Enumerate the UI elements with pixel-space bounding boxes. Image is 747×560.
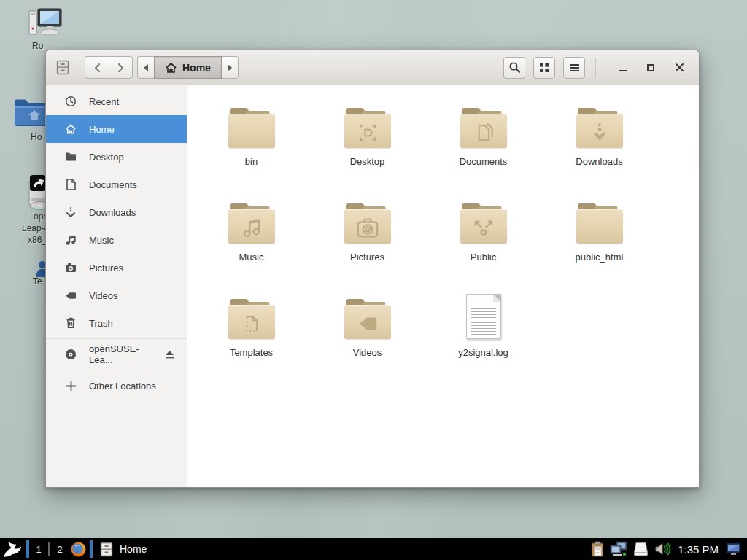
sidebar-item-opensuse-volume[interactable]: openSUSE-Lea... [46,341,187,368]
path-right-icon [228,64,232,71]
start-menu-button[interactable] [0,538,26,560]
folder-icon [228,299,275,339]
device-label: openSUSE-Lea... [89,343,152,365]
file-label: Pictures [350,252,384,262]
file-label: Public [471,252,496,262]
maximize-button[interactable] [641,58,660,77]
folder-icon [576,203,623,244]
sidebar-item-videos[interactable]: Videos [46,281,187,309]
desktop-emblem-icon [344,117,391,148]
file-item-Music[interactable]: Music [193,195,309,291]
sidebar-item-label: Desktop [89,152,124,163]
window-controls-separator [595,58,596,78]
file-item-Videos[interactable]: Videos [309,291,425,386]
file-manager-window: Home Recent Home Desktop Documents Downl… [45,50,700,488]
file-item-public_html[interactable]: public_html [541,195,657,291]
headerbar-separator [77,58,77,78]
sidebar-item-pictures[interactable]: Pictures [46,254,187,281]
removable-drive-tray-icon[interactable] [633,542,649,556]
clipboard-tray-icon[interactable] [591,541,604,557]
file-label: y2signal.log [458,347,508,358]
disc-icon [65,349,77,360]
file-item-Desktop[interactable]: Desktop [309,100,425,195]
close-button[interactable] [670,58,689,77]
task-button-home[interactable]: Home [93,538,154,560]
eject-icon[interactable] [164,349,175,359]
file-item-Public[interactable]: Public [425,195,541,291]
sidebar-item-desktop[interactable]: Desktop [46,143,187,171]
file-item-Templates[interactable]: Templates [193,291,309,386]
file-label: bin [245,156,258,167]
sidebar-separator [46,338,187,339]
menu-button[interactable] [563,57,585,79]
music-emblem-icon [228,212,275,244]
sidebar-item-label: Music [89,235,114,246]
file-item-Documents[interactable]: Documents [425,100,541,195]
search-button[interactable] [503,57,525,79]
path-scroll-left-button[interactable] [137,56,154,79]
network-computers-tray-icon[interactable] [610,541,627,557]
path-current-button[interactable]: Home [154,56,222,79]
system-tray [591,541,672,557]
sidebar-item-label: Trash [89,318,113,329]
sidebar-item-label: Pictures [89,262,123,273]
firefox-task-icon[interactable] [69,538,87,560]
folder-icon [228,203,275,244]
network-monitor-icon[interactable] [726,542,741,556]
sidebar-item-label: Documents [89,179,137,190]
icewm-bird-icon [2,540,24,558]
sidebar-item-documents[interactable]: Documents [46,171,187,198]
sidebar-item-label: Other Locations [89,381,156,392]
file-manager-icon [100,542,113,557]
sidebar-item-downloads[interactable]: Downloads [46,198,187,226]
workspace-button-1[interactable]: 1 [29,538,48,560]
desktop-icon-computer[interactable] [26,6,64,42]
back-button[interactable] [85,56,109,79]
videos-emblem-icon [344,308,391,339]
download-icon [65,206,77,218]
sidebar-separator [46,370,187,370]
file-label: Documents [460,156,508,167]
sidebar-item-home[interactable]: Home [46,115,187,143]
file-label: Music [239,252,264,262]
path-bar: Home [137,56,239,79]
sidebar-item-recent[interactable]: Recent [46,88,187,115]
folder-icon [65,151,77,163]
plus-icon [65,380,77,392]
sidebar-item-music[interactable]: Music [46,226,187,254]
home-icon [165,62,177,74]
forward-button[interactable] [109,56,133,79]
folder-icon [228,108,275,148]
clock-icon [65,96,77,107]
folder-icon [576,108,623,148]
folder-icon [344,108,391,148]
sidebar-item-trash[interactable]: Trash [46,309,187,337]
file-item-bin[interactable]: bin [193,100,309,195]
app-cabinet-icon [56,60,69,75]
share-emblem-icon [460,212,507,244]
documents-emblem-icon [460,117,507,148]
sidebar-item-label: Videos [89,290,118,301]
workspace-button-2[interactable]: 2 [50,538,69,560]
desktop-icon-label-computer: Ro [32,41,43,51]
music-icon [65,234,77,246]
templates-emblem-icon [228,308,275,339]
sidebar-item-label: Downloads [89,207,136,218]
volume-tray-icon[interactable] [654,542,672,556]
minimize-button[interactable] [613,58,632,77]
desktop-icon-label-home-folder: Ho [31,132,42,142]
camera-icon [65,262,77,273]
path-scroll-right-button[interactable] [222,56,239,79]
file-item-Downloads[interactable]: Downloads [541,100,657,195]
file-label: Downloads [576,156,622,167]
folder-icon [344,299,391,339]
desktop-icon-home-folder[interactable] [12,97,49,131]
home-icon [65,123,77,135]
sidebar-item-other-locations[interactable]: Other Locations [46,372,187,400]
sidebar: Recent Home Desktop Documents Downloads … [46,85,187,487]
grid-view-button[interactable] [533,57,555,79]
file-item-y2signal.log[interactable]: y2signal.log [425,291,541,386]
document-icon [65,179,77,190]
file-label: Desktop [350,156,385,167]
file-item-Pictures[interactable]: Pictures [309,195,425,291]
